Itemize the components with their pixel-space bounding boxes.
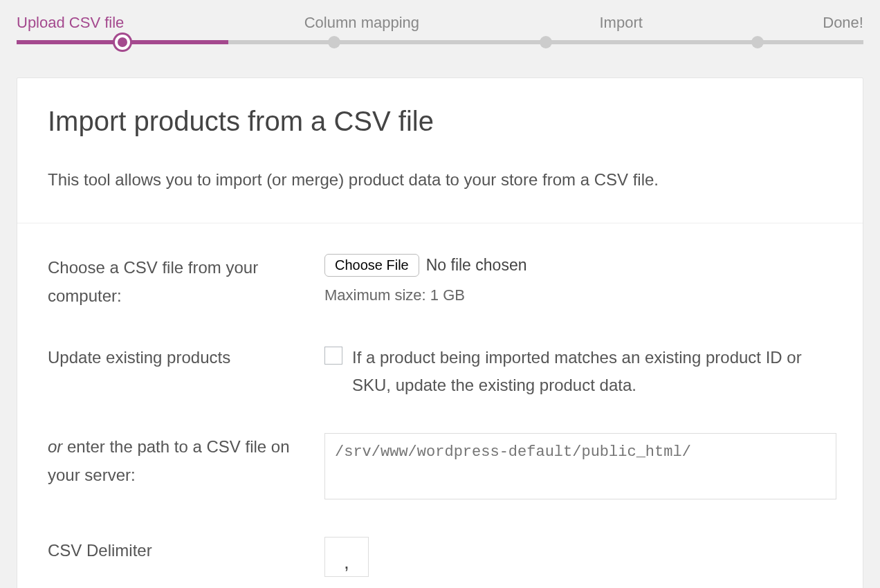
progress-bar (17, 40, 863, 44)
card-header: Import products from a CSV file This too… (17, 78, 863, 223)
update-existing-description: If a product being imported matches an e… (352, 344, 832, 401)
row-server-path: or enter the path to a CSV file on your … (48, 433, 832, 504)
page-description: This tool allows you to import (or merge… (48, 167, 832, 192)
row-update-existing: Update existing products If a product be… (48, 344, 832, 401)
row-delimiter: CSV Delimiter (48, 537, 832, 577)
delimiter-input[interactable] (324, 537, 369, 577)
progress-stepper: Upload CSV file Column mapping Import Do… (0, 0, 880, 44)
choose-file-label: Choose a CSV file from your computer: (48, 254, 324, 311)
step-upload[interactable]: Upload CSV file (17, 14, 124, 32)
row-choose-file: Choose a CSV file from your computer: Ch… (48, 254, 832, 311)
step-import[interactable]: Import (599, 14, 642, 32)
form-body: Choose a CSV file from your computer: Ch… (17, 223, 863, 588)
update-existing-checkbox[interactable] (324, 347, 342, 365)
file-status: No file chosen (426, 256, 527, 275)
step-mapping[interactable]: Column mapping (304, 14, 419, 32)
progress-dot-3 (540, 36, 552, 48)
file-size-hint: Maximum size: 1 GB (324, 286, 832, 304)
import-card: Import products from a CSV file This too… (17, 77, 863, 588)
progress-dot-2 (328, 36, 340, 48)
server-path-input[interactable] (324, 433, 836, 499)
delimiter-label: CSV Delimiter (48, 537, 324, 577)
page-title: Import products from a CSV file (48, 106, 832, 137)
server-path-label: or enter the path to a CSV file on your … (48, 433, 324, 504)
update-existing-label: Update existing products (48, 344, 324, 401)
choose-file-button[interactable]: Choose File (324, 254, 419, 277)
step-done[interactable]: Done! (823, 14, 863, 32)
progress-dot-4 (751, 36, 764, 48)
progress-dot-1 (115, 35, 130, 50)
